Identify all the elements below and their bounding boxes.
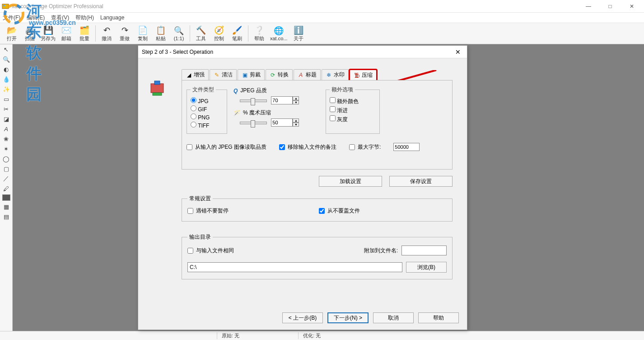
tool-extra2[interactable]: ▤ bbox=[1, 212, 11, 221]
window-maximize[interactable]: □ bbox=[600, 1, 621, 12]
svg-rect-4 bbox=[153, 93, 162, 95]
dialog-close[interactable]: ✕ bbox=[453, 48, 463, 56]
compress-tabpage: 文件类型 JPG GIF PNG TIFF Q JPEG 品质 bbox=[182, 80, 453, 170]
svg-rect-3 bbox=[154, 81, 160, 85]
chk-no-pause-on-error[interactable]: 遇错不要暂停 bbox=[187, 207, 229, 215]
quality-icon: Q bbox=[233, 88, 238, 94]
color-swatch[interactable] bbox=[2, 194, 10, 201]
magic-compress-slider[interactable] bbox=[240, 122, 267, 124]
tool-dropper[interactable]: 💧 bbox=[1, 75, 11, 83]
tb-copy[interactable]: 📄复制 bbox=[134, 24, 152, 43]
tb-open[interactable]: 📂打开 bbox=[3, 24, 21, 43]
tab-title[interactable]: A标题 bbox=[294, 69, 321, 80]
menu-language[interactable]: Language bbox=[100, 14, 124, 21]
general-legend: 常规设置 bbox=[187, 195, 213, 203]
tab-clean[interactable]: ✎清洁 bbox=[210, 69, 237, 80]
back-button[interactable]: < 上一步(B) bbox=[282, 312, 323, 323]
tb-help[interactable]: ❔帮助 bbox=[250, 24, 268, 43]
quality-column: Q JPEG 品质 ▲▼ 🪄 % 魔术压缩 ▲▼ bbox=[233, 86, 319, 134]
save-settings-button[interactable]: 保存设置 bbox=[389, 176, 453, 187]
tab-enhance[interactable]: ◢增强 bbox=[182, 69, 209, 80]
tb-brush[interactable]: 🖌️笔刷 bbox=[228, 24, 246, 43]
tool-clone[interactable]: ❀ bbox=[1, 135, 11, 143]
tb-about[interactable]: ℹ️关于 bbox=[289, 24, 308, 43]
main-toolbar: 📂打开 🖨️扫描 💾另存为 ✉️邮箱 🗂️批量 ↶撤消 ↷重做 📄复制 📋粘贴 … bbox=[0, 23, 644, 44]
menu-file[interactable]: 文件(F) bbox=[3, 14, 20, 22]
mail-icon: ✉️ bbox=[61, 25, 71, 35]
side-toolbar: ↖ 🔍 ◐ 💧 ✨ ▭ ✂ ◪ A ❀ ✶ ◯ ▢ ／ 🖊 ▦ ▤ bbox=[0, 44, 13, 340]
radio-gif[interactable]: GIF bbox=[191, 105, 223, 113]
spin-up[interactable]: ▲ bbox=[293, 118, 299, 123]
tool-text[interactable]: A bbox=[1, 125, 11, 133]
radio-tiff[interactable]: TIFF bbox=[191, 122, 223, 129]
tb-redo[interactable]: ↷重做 bbox=[116, 24, 134, 43]
filetype-group: 文件类型 JPG GIF PNG TIFF bbox=[187, 86, 227, 134]
chk-grayscale[interactable]: 灰度 bbox=[330, 115, 376, 123]
cancel-button[interactable]: 取消 bbox=[373, 312, 414, 323]
tool-lasso[interactable]: ◯ bbox=[1, 155, 11, 163]
tb-control[interactable]: 🧭控制 bbox=[210, 24, 228, 43]
magic-compress-input[interactable] bbox=[271, 118, 293, 127]
spin-down[interactable]: ▼ bbox=[293, 123, 299, 127]
chk-never-overwrite[interactable]: 从不覆盖文件 bbox=[319, 207, 360, 215]
max-bytes-input[interactable] bbox=[393, 143, 420, 151]
tb-saveas[interactable]: 💾另存为 bbox=[39, 24, 57, 43]
output-dir-group: 输出目录 与输入文件相同 附加到文件名: 浏览(B) bbox=[182, 233, 453, 279]
chk-strip-comments[interactable]: 移除输入文件的备注 bbox=[279, 143, 336, 151]
tool-wand[interactable]: ✨ bbox=[1, 85, 11, 93]
load-settings-button[interactable]: 加载设置 bbox=[319, 176, 382, 187]
output-path-input[interactable] bbox=[187, 262, 402, 272]
tool-select[interactable]: ▭ bbox=[1, 95, 11, 103]
compress-illustration-icon bbox=[148, 79, 166, 97]
tool-brush2[interactable]: 🖊 bbox=[1, 184, 11, 193]
toolbar-separator bbox=[190, 25, 190, 42]
menu-help[interactable]: 帮助(H) bbox=[75, 14, 94, 22]
spin-down[interactable]: ▼ bbox=[293, 100, 299, 104]
tool-heal[interactable]: ✶ bbox=[1, 145, 11, 153]
append-filename-input[interactable] bbox=[401, 246, 447, 255]
menu-view[interactable]: 查看(V) bbox=[51, 14, 69, 22]
hammer-icon: 🔨 bbox=[196, 25, 206, 35]
extra-options-group: 额外选项 额外颜色 渐进 灰度 bbox=[326, 86, 380, 134]
tool-fill[interactable]: ◪ bbox=[1, 115, 11, 123]
tb-tools[interactable]: 🔨工具 bbox=[192, 24, 210, 43]
toolbar-separator bbox=[95, 25, 96, 42]
tool-crop[interactable]: ✂ bbox=[1, 105, 11, 113]
tool-line[interactable]: ／ bbox=[1, 175, 11, 183]
tool-contrast[interactable]: ◐ bbox=[1, 65, 11, 73]
tb-oneone[interactable]: 🔍(1:1) bbox=[170, 24, 188, 43]
tb-mail[interactable]: ✉️邮箱 bbox=[57, 24, 75, 43]
filetype-legend: 文件类型 bbox=[191, 86, 216, 94]
browse-button[interactable]: 浏览(B) bbox=[406, 262, 447, 273]
menu-edit[interactable]: 编辑(E) bbox=[27, 14, 45, 22]
tool-zoom[interactable]: 🔍 bbox=[1, 55, 11, 63]
tb-scan[interactable]: 🖨️扫描 bbox=[21, 24, 39, 43]
radio-png[interactable]: PNG bbox=[191, 113, 223, 121]
chk-read-jpeg-quality[interactable]: 从输入的 JPEG 图像读取品质 bbox=[187, 143, 266, 151]
undo-icon: ↶ bbox=[103, 25, 110, 35]
tb-xat[interactable]: 🌐xat.co... bbox=[268, 24, 289, 43]
tb-undo[interactable]: ↶撤消 bbox=[98, 24, 116, 43]
chk-progressive[interactable]: 渐进 bbox=[330, 106, 376, 114]
window-minimize[interactable]: — bbox=[578, 1, 599, 12]
tb-batch[interactable]: 🗂️批量 bbox=[75, 24, 93, 43]
tab-convert[interactable]: ⟳转换 bbox=[266, 69, 293, 80]
radio-jpg[interactable]: JPG bbox=[191, 97, 223, 104]
spin-up[interactable]: ▲ bbox=[293, 96, 299, 100]
help-button[interactable]: 帮助 bbox=[418, 312, 459, 323]
chk-max-bytes[interactable]: 最大字节: bbox=[349, 143, 381, 151]
tool-pointer[interactable]: ↖ bbox=[1, 45, 11, 53]
tab-watermark[interactable]: ❄水印 bbox=[322, 69, 349, 80]
chk-extra-color[interactable]: 额外颜色 bbox=[330, 97, 376, 105]
jpeg-quality-slider[interactable] bbox=[240, 99, 267, 102]
tb-paste[interactable]: 📋粘贴 bbox=[152, 24, 170, 43]
tab-compress[interactable]: 🗜压缩 bbox=[350, 70, 377, 80]
next-button[interactable]: 下一步(N) > bbox=[327, 312, 369, 323]
tool-rect[interactable]: ▢ bbox=[1, 165, 11, 173]
chk-same-as-input[interactable]: 与输入文件相同 bbox=[187, 247, 364, 255]
jpeg-quality-label: JPEG 品质 bbox=[240, 87, 267, 94]
jpeg-quality-input[interactable] bbox=[271, 96, 293, 104]
window-close[interactable]: ✕ bbox=[621, 1, 642, 12]
tool-extra1[interactable]: ▦ bbox=[1, 203, 11, 211]
tab-crop[interactable]: ▣剪裁 bbox=[238, 69, 265, 80]
